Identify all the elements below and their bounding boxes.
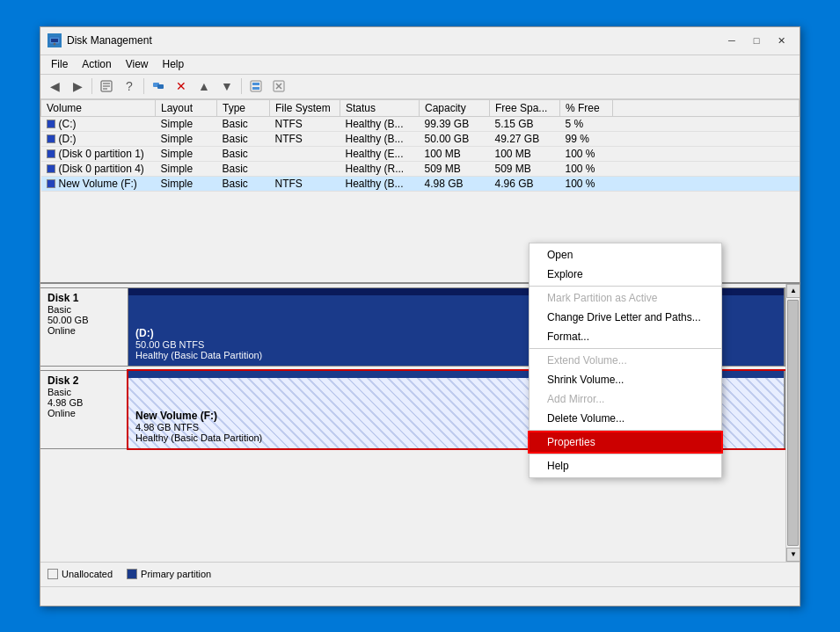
disk-name: Disk 2 [47, 374, 121, 387]
table-cell: 100 % [560, 146, 613, 161]
table-cell: NTFS [270, 116, 340, 131]
scroll-up-btn[interactable]: ▲ [786, 284, 800, 298]
window-title: Disk Management [67, 34, 720, 47]
table-cell: 4.96 GB [490, 176, 560, 191]
col-pctfree[interactable]: % Free [560, 99, 613, 116]
col-status[interactable]: Status [340, 99, 420, 116]
svg-rect-11 [252, 87, 259, 90]
disk-management-window: Disk Management ─ □ ✕ File Action View H… [40, 26, 800, 607]
context-menu-item[interactable]: Open [530, 245, 721, 265]
context-menu-item[interactable]: Shrink Volume... [530, 370, 721, 389]
table-cell: NTFS [270, 131, 340, 146]
scroll-down-btn[interactable]: ▼ [786, 548, 800, 562]
disk-status: Online [47, 408, 121, 418]
disk-label: Disk 2 Basic 4.98 GB Online [40, 371, 128, 448]
table-cell: 509 MB [420, 161, 490, 176]
minimize-button[interactable]: ─ [720, 31, 743, 50]
table-cell: 99 % [560, 131, 613, 146]
window-icon [47, 33, 62, 47]
col-fs[interactable]: File System [270, 99, 340, 116]
toolbar-connect[interactable] [148, 76, 169, 96]
toolbar-down[interactable]: ▼ [216, 76, 237, 96]
toolbar: ◀ ▶ ? ✕ ▲ ▼ [40, 75, 800, 99]
table-row[interactable]: New Volume (F:)SimpleBasicNTFSHealthy (B… [41, 176, 800, 191]
close-button[interactable]: ✕ [770, 31, 793, 50]
svg-rect-9 [251, 81, 261, 91]
window-controls: ─ □ ✕ [720, 31, 793, 50]
toolbar-forward[interactable]: ▶ [67, 76, 88, 96]
context-menu-separator [530, 454, 721, 454]
volume-icon [47, 179, 55, 188]
context-menu-item[interactable]: Change Drive Letter and Paths... [530, 308, 721, 327]
toolbar-delete[interactable]: ✕ [171, 76, 192, 96]
table-cell: New Volume (F:) [41, 176, 156, 191]
toolbar-cancel[interactable] [268, 76, 289, 96]
context-menu-item[interactable]: Delete Volume... [530, 409, 721, 428]
table-cell: 509 MB [490, 161, 560, 176]
toolbar-back[interactable]: ◀ [44, 76, 65, 96]
menu-help[interactable]: Help [156, 56, 192, 72]
disk-status: Online [47, 325, 121, 336]
table-cell: 100 MB [490, 146, 560, 161]
col-free[interactable]: Free Spa... [490, 99, 560, 116]
table-cell: (C:) [41, 116, 156, 131]
menu-view[interactable]: View [119, 56, 156, 72]
table-cell: Basic [217, 116, 270, 131]
disk-size: 4.98 GB [47, 397, 121, 408]
context-menu-separator [530, 348, 721, 349]
table-cell: Simple [156, 116, 217, 131]
legend-unallocated-label: Unallocated [62, 569, 113, 579]
disk-label: Disk 1 Basic 50.00 GB Online [40, 288, 128, 366]
status-bar [40, 586, 800, 606]
context-menu-item: Mark Partition as Active [530, 288, 721, 308]
col-layout[interactable]: Layout [156, 99, 217, 116]
table-cell: Simple [156, 131, 217, 146]
context-menu-item[interactable]: Explore [530, 265, 721, 284]
menu-file[interactable]: File [44, 56, 75, 72]
table-cell: (D:) [41, 131, 156, 146]
col-volume[interactable]: Volume [41, 99, 156, 116]
svg-rect-1 [51, 39, 58, 42]
col-extra [613, 99, 800, 116]
disk-type: Basic [47, 304, 121, 315]
toolbar-up[interactable]: ▲ [194, 76, 215, 96]
table-cell: 99.39 GB [420, 116, 490, 131]
table-row[interactable]: (D:)SimpleBasicNTFSHealthy (B...50.00 GB… [41, 131, 800, 146]
table-cell: Healthy (E... [340, 146, 420, 161]
table-cell: Healthy (B... [340, 131, 420, 146]
title-bar: Disk Management ─ □ ✕ [40, 27, 800, 55]
context-menu-item[interactable]: Help [530, 456, 721, 476]
table-cell: Basic [217, 176, 270, 191]
col-type[interactable]: Type [217, 99, 270, 116]
disk-scrollbar[interactable]: ▲ ▼ [785, 284, 800, 562]
toolbar-sep-2 [143, 78, 144, 94]
volume-icon [47, 134, 55, 143]
context-menu-item[interactable]: Format... [530, 327, 721, 346]
table-cell [270, 161, 340, 176]
table-cell: Simple [156, 176, 217, 191]
toolbar-help[interactable]: ? [119, 76, 140, 96]
table-cell: 50.00 GB [420, 131, 490, 146]
table-cell: Basic [217, 161, 270, 176]
table-cell: 100 % [560, 176, 613, 191]
disk-size: 50.00 GB [47, 315, 121, 325]
table-row[interactable]: (Disk 0 partition 4)SimpleBasicHealthy (… [41, 161, 800, 176]
table-row[interactable]: (C:)SimpleBasicNTFSHealthy (B...99.39 GB… [41, 116, 800, 131]
menu-action[interactable]: Action [75, 56, 118, 72]
table-cell: Simple [156, 161, 217, 176]
context-menu-item[interactable]: Properties [530, 432, 721, 452]
table-cell [270, 146, 340, 161]
table-cell: 100 % [560, 161, 613, 176]
context-menu-item: Add Mirror... [530, 389, 721, 409]
menu-bar: File Action View Help [40, 55, 800, 75]
context-menu-separator [530, 286, 721, 287]
table-cell: Basic [217, 146, 270, 161]
col-capacity[interactable]: Capacity [420, 99, 490, 116]
toolbar-properties[interactable] [96, 76, 117, 96]
table-row[interactable]: (Disk 0 partition 1)SimpleBasicHealthy (… [41, 146, 800, 161]
scroll-thumb[interactable] [787, 300, 799, 546]
toolbar-wizard[interactable] [245, 76, 267, 96]
maximize-button[interactable]: □ [745, 31, 768, 50]
toolbar-sep-3 [241, 78, 242, 94]
legend-area: Unallocated Primary partition [40, 562, 800, 586]
